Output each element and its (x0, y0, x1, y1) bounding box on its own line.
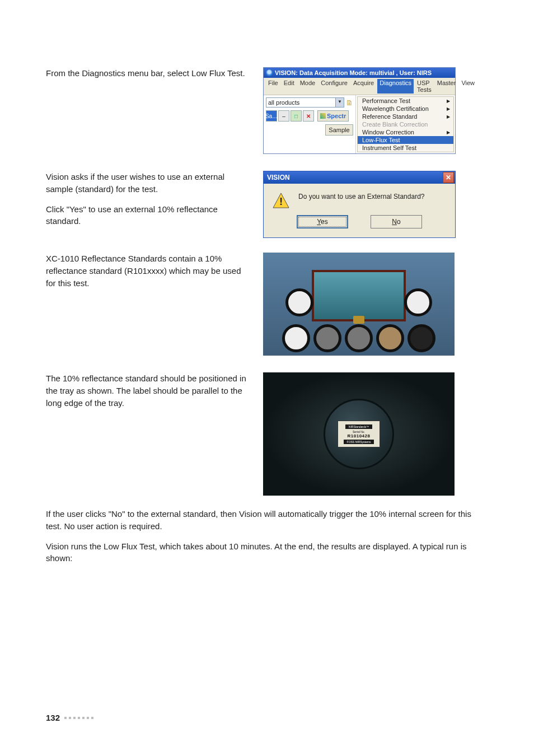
text-column: Vision asks if the user wishes to use an… (46, 171, 253, 235)
vision-left-pane: all products ▼ 🗎 Sa… – □ ✕ (264, 95, 356, 153)
standard-in-tray: NIRStandards™ Serial No. R1010428 FOSS N… (324, 399, 394, 469)
product-selector-row: all products ▼ 🗎 (266, 97, 353, 108)
menu-item-label: Wavelength Certification (362, 105, 429, 112)
reflectance-standards-photo (263, 253, 455, 356)
close-icon[interactable]: ✕ (443, 172, 454, 183)
menu-usp-tests[interactable]: USP Tests (415, 79, 434, 94)
label-footer: FOSS NIRSystems (344, 440, 374, 444)
menu-diagnostics[interactable]: Diagnostics (377, 79, 414, 94)
diagnostics-item-create-blank-correction: Create Blank Correction (358, 120, 453, 128)
paragraph: XC-1010 Reflectance Standards contain a … (46, 253, 253, 289)
text-column: The 10% reflectance standard should be p… (46, 372, 253, 417)
menu-configure[interactable]: Configure (318, 79, 350, 94)
diagnostics-dropdown-menu[interactable]: Performance Test▶Wavelength Certificatio… (357, 96, 454, 152)
product-combo[interactable]: all products ▼ (266, 97, 344, 108)
paragraph: The 10% reflectance standard should be p… (46, 372, 253, 409)
vision-toolbar: Sa… – □ ✕ Spectr (266, 110, 353, 122)
submenu-arrow-icon: ▶ (447, 130, 450, 135)
figure-column: VISION ✕ ! Do you want to use an Externa… (263, 171, 488, 238)
reflectance-disc (282, 324, 310, 352)
yes-button[interactable]: Yes (297, 215, 348, 228)
reflectance-disc (345, 324, 373, 352)
dialog-body: ! Do you want to use an External Standar… (264, 184, 455, 211)
page-number: 132 (46, 713, 60, 722)
svg-text:!: ! (279, 195, 283, 207)
reflectance-disc (313, 324, 341, 352)
warning-icon: ! (273, 193, 289, 208)
combo-dropdown-icon[interactable]: ▼ (335, 98, 344, 107)
spectr-icon (320, 113, 326, 119)
figure-column: VISION: Data Acquisition Mode: multivial… (263, 67, 488, 154)
menu-item-label: Low-Flux Test (362, 137, 400, 143)
dialog-titlebar: VISION ✕ (264, 171, 455, 184)
vision-app-icon (266, 69, 273, 76)
new-doc-icon[interactable]: 🗎 (346, 99, 353, 107)
row-diagnostics-menu: From the Diagnostics menu bar, select Lo… (46, 67, 488, 154)
diagnostics-item-low-flux-test[interactable]: Low-Flux Test (358, 136, 453, 144)
page-footer: 132 (46, 713, 93, 722)
row-standards-photo: XC-1010 Reflectance Standards contain a … (46, 253, 488, 356)
menu-file[interactable]: File (266, 79, 280, 94)
reflectance-disc (376, 324, 404, 352)
disc-row-bottom (282, 324, 435, 352)
toolbar-sa-chip[interactable]: Sa… (266, 110, 277, 122)
reflectance-disc (285, 288, 313, 316)
paragraph: Click "Yes" to use an external 10% refle… (46, 203, 253, 228)
vision-titlebar: VISION: Data Acquisition Mode: multivial… (264, 68, 455, 78)
menu-master[interactable]: Master (435, 79, 458, 94)
paragraph: Vision asks if the user wishes to use an… (46, 171, 253, 195)
vision-title-text: VISION: Data Acquisition Mode: multivial… (275, 69, 432, 76)
dialog-button-row: Yes No (264, 211, 455, 237)
disc-row-top (285, 288, 432, 316)
full-width-text: If the user clicks "No" to the external … (46, 508, 488, 564)
label-brand: NIRStandards™ (345, 424, 372, 429)
dialog-message: Do you want to use an External Standard? (298, 193, 424, 200)
tray-positioning-photo: NIRStandards™ Serial No. R1010428 FOSS N… (263, 372, 455, 496)
paragraph: Vision runs the Low Flux Test, which tak… (46, 540, 488, 565)
diagnostics-item-instrument-self-test[interactable]: Instrument Self Test (358, 144, 453, 152)
toolbar-minimize-icon[interactable]: – (278, 110, 289, 122)
submenu-arrow-icon: ▶ (447, 114, 450, 119)
reflectance-disc (404, 288, 432, 316)
footer-dots (64, 717, 93, 719)
standard-label: NIRStandards™ Serial No. R1010428 FOSS N… (338, 421, 380, 447)
figure-column (263, 253, 488, 356)
row-tray-photo: The 10% reflectance standard should be p… (46, 372, 488, 496)
diagnostics-item-window-correction[interactable]: Window Correction▶ (358, 128, 453, 136)
spectr-label: Spectr (327, 113, 346, 119)
figure-column: NIRStandards™ Serial No. R1010428 FOSS N… (263, 372, 488, 496)
diagnostics-item-performance-test[interactable]: Performance Test▶ (358, 97, 453, 105)
menu-item-label: Window Correction (362, 129, 414, 136)
menu-item-label: Performance Test (362, 97, 410, 104)
menu-edit[interactable]: Edit (282, 79, 297, 94)
spectr-button[interactable]: Spectr (317, 110, 349, 122)
diagnostics-item-reference-standard[interactable]: Reference Standard▶ (358, 113, 453, 120)
sample-button[interactable]: Sample (325, 124, 353, 136)
text-column: From the Diagnostics menu bar, select Lo… (46, 67, 253, 87)
no-button[interactable]: No (371, 215, 422, 228)
label-serial: R1010428 (348, 433, 371, 438)
external-standard-dialog: VISION ✕ ! Do you want to use an Externa… (263, 171, 456, 238)
paragraph: From the Diagnostics menu bar, select Lo… (46, 67, 253, 80)
submenu-arrow-icon: ▶ (447, 106, 450, 111)
document-page: From the Diagnostics menu bar, select Lo… (0, 0, 534, 756)
reflectance-disc (407, 324, 435, 352)
toolbar-maximize-icon[interactable]: □ (291, 110, 302, 122)
menu-acquire[interactable]: Acquire (351, 79, 376, 94)
submenu-arrow-icon: ▶ (447, 99, 450, 104)
row-dialog: Vision asks if the user wishes to use an… (46, 171, 488, 238)
combo-value: all products (266, 99, 335, 106)
menu-item-label: Create Blank Correction (362, 121, 428, 128)
menu-view[interactable]: View (459, 79, 477, 94)
menu-item-label: Reference Standard (362, 113, 417, 120)
diagnostics-item-wavelength-certification[interactable]: Wavelength Certification▶ (358, 105, 453, 113)
vision-menubar[interactable]: FileEditModeConfigureAcquireDiagnosticsU… (264, 78, 455, 95)
vision-app-window: VISION: Data Acquisition Mode: multivial… (263, 67, 456, 154)
text-column: XC-1010 Reflectance Standards contain a … (46, 253, 253, 297)
paragraph: If the user clicks "No" to the external … (46, 508, 488, 533)
menu-item-label: Instrument Self Test (362, 144, 416, 151)
toolbar-close-icon[interactable]: ✕ (303, 110, 314, 122)
vision-window-body: all products ▼ 🗎 Sa… – □ ✕ (264, 95, 455, 153)
dialog-title-text: VISION (267, 174, 290, 181)
menu-mode[interactable]: Mode (298, 79, 318, 94)
